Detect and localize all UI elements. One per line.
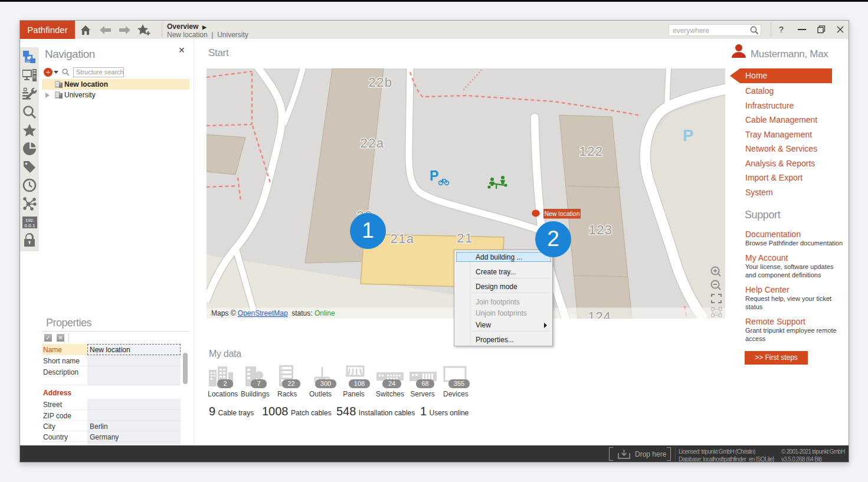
svg-text:123: 123: [588, 222, 612, 237]
svg-text:122: 122: [579, 144, 603, 159]
svg-text:124: 124: [588, 309, 611, 319]
svg-text:22a: 22a: [360, 136, 384, 150]
svg-text:New location: New location: [544, 210, 579, 217]
svg-text:P: P: [683, 127, 693, 145]
svg-text:P: P: [430, 168, 438, 183]
svg-text:Maps © OpenStreetMap status:: Maps © OpenStreetMap status: Online: [211, 309, 335, 317]
svg-text:21a: 21a: [390, 231, 414, 246]
svg-text:22b: 22b: [368, 75, 392, 90]
svg-text:21: 21: [457, 231, 473, 245]
